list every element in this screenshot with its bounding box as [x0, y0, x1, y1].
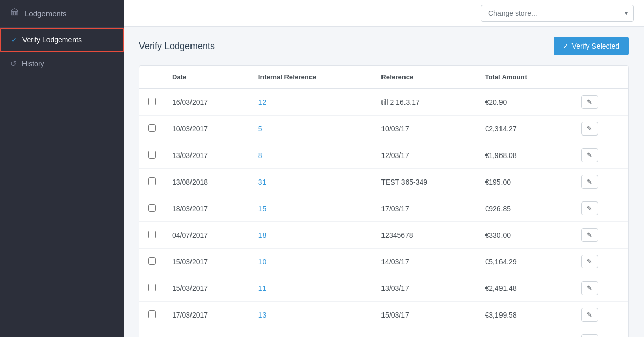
row-reference: 17/03/17	[373, 195, 476, 222]
row-checkbox-7[interactable]	[148, 284, 156, 291]
row-checkbox-5[interactable]	[148, 231, 156, 238]
row-date: 15/03/2017	[164, 275, 250, 302]
sidebar-item-verify-lodgements[interactable]: ✓ Verify Lodgements	[0, 28, 124, 52]
sidebar-history-label: History	[22, 60, 44, 68]
row-edit-cell: ✎	[573, 328, 628, 338]
col-actions	[573, 66, 628, 88]
row-edit-cell: ✎	[573, 142, 628, 169]
verify-btn-label: Verify Selected	[572, 42, 619, 50]
col-date: Date	[164, 66, 250, 88]
row-checkbox-cell[interactable]	[139, 222, 164, 249]
row-checkbox-cell[interactable]	[139, 195, 164, 222]
row-checkbox-cell[interactable]	[139, 249, 164, 275]
row-edit-cell: ✎	[573, 116, 628, 142]
table-row: 18/03/2017 15 17/03/17 €926.85 ✎	[139, 195, 628, 222]
row-checkbox-0[interactable]	[148, 98, 156, 105]
row-internal-ref[interactable]: 12	[250, 88, 373, 116]
row-checkbox-cell[interactable]	[139, 302, 164, 328]
row-checkbox-1[interactable]	[148, 124, 156, 132]
row-edit-cell: ✎	[573, 222, 628, 249]
row-date: 10/03/2017	[164, 116, 250, 142]
row-edit-button-8[interactable]: ✎	[581, 308, 598, 322]
row-checkbox-8[interactable]	[148, 310, 156, 318]
row-date: 13/08/2018	[164, 169, 250, 195]
row-checkbox-cell[interactable]	[139, 142, 164, 169]
row-checkbox-3[interactable]	[148, 177, 156, 185]
row-edit-button-6[interactable]: ✎	[581, 255, 598, 268]
row-date: 13/03/2017	[164, 328, 250, 338]
row-checkbox-cell[interactable]	[139, 275, 164, 302]
row-reference: till 2 16.3.17	[373, 88, 476, 116]
main-content: Change store... ▾ Verify Lodgements ✓ Ve…	[124, 0, 644, 337]
row-checkbox-cell[interactable]	[139, 328, 164, 338]
row-total: €5,164.29	[476, 249, 573, 275]
lodgements-table-wrapper: Date Internal Reference Reference Total …	[139, 65, 629, 337]
row-total: €20.90	[476, 88, 573, 116]
row-reference: 13/03/17	[373, 275, 476, 302]
row-internal-ref[interactable]: 5	[250, 116, 373, 142]
check-icon: ✓	[11, 36, 17, 44]
row-reference: 12/03/17	[373, 142, 476, 169]
content-header: Verify Lodgements ✓ Verify Selected	[139, 37, 629, 55]
row-internal-ref[interactable]: 9	[250, 328, 373, 338]
row-edit-button-3[interactable]: ✎	[581, 175, 598, 189]
row-total: €1,968.08	[476, 142, 573, 169]
store-selector-wrapper: Change store... ▾	[481, 5, 634, 22]
lodgements-icon: 🏛	[10, 8, 19, 19]
row-edit-cell: ✎	[573, 169, 628, 195]
row-total: €195.00	[476, 169, 573, 195]
row-edit-cell: ✎	[573, 195, 628, 222]
table-row: 10/03/2017 5 10/03/17 €2,314.27 ✎	[139, 116, 628, 142]
sidebar-lodgements-header[interactable]: 🏛 Lodgements	[0, 0, 124, 28]
table-row: 15/03/2017 11 13/03/17 €2,491.48 ✎	[139, 275, 628, 302]
row-edit-button-7[interactable]: ✎	[581, 281, 598, 295]
row-reference: 10/03/17	[373, 116, 476, 142]
col-checkbox	[139, 66, 164, 88]
table-row: 15/03/2017 10 14/03/17 €5,164.29 ✎	[139, 249, 628, 275]
table-row: 16/03/2017 12 till 2 16.3.17 €20.90 ✎	[139, 88, 628, 116]
row-edit-button-5[interactable]: ✎	[581, 228, 598, 242]
row-edit-button-0[interactable]: ✎	[581, 95, 598, 109]
row-internal-ref[interactable]: 31	[250, 169, 373, 195]
history-icon: ↺	[10, 59, 17, 69]
row-date: 16/03/2017	[164, 88, 250, 116]
row-internal-ref[interactable]: 10	[250, 249, 373, 275]
row-edit-cell: ✎	[573, 88, 628, 116]
row-checkbox-4[interactable]	[148, 204, 156, 212]
row-internal-ref[interactable]: 8	[250, 142, 373, 169]
sidebar-verify-label: Verify Lodgements	[22, 36, 82, 44]
row-date: 17/03/2017	[164, 302, 250, 328]
row-checkbox-cell[interactable]	[139, 88, 164, 116]
row-total: €926.85	[476, 195, 573, 222]
row-total: €1,734.69	[476, 328, 573, 338]
verify-selected-button[interactable]: ✓ Verify Selected	[554, 37, 629, 55]
store-select[interactable]: Change store...	[481, 5, 634, 22]
row-checkbox-cell[interactable]	[139, 169, 164, 195]
row-checkbox-6[interactable]	[148, 257, 156, 265]
content-area: Verify Lodgements ✓ Verify Selected Date…	[124, 27, 644, 337]
row-checkbox-2[interactable]	[148, 151, 156, 159]
row-edit-button-4[interactable]: ✎	[581, 201, 598, 215]
row-edit-button-1[interactable]: ✎	[581, 122, 598, 136]
col-reference: Reference	[373, 66, 476, 88]
lodgements-table: Date Internal Reference Reference Total …	[139, 66, 628, 337]
row-checkbox-cell[interactable]	[139, 116, 164, 142]
row-reference: 13/03/17	[373, 328, 476, 338]
row-edit-button-2[interactable]: ✎	[581, 148, 598, 162]
row-internal-ref[interactable]: 11	[250, 275, 373, 302]
table-header-row: Date Internal Reference Reference Total …	[139, 66, 628, 88]
row-reference: 15/03/17	[373, 302, 476, 328]
table-row: 13/03/2017 8 12/03/17 €1,968.08 ✎	[139, 142, 628, 169]
row-reference: 12345678	[373, 222, 476, 249]
row-edit-button-9[interactable]: ✎	[581, 334, 598, 337]
col-total-amount: Total Amount	[476, 66, 573, 88]
row-date: 18/03/2017	[164, 195, 250, 222]
row-date: 04/07/2017	[164, 222, 250, 249]
row-internal-ref[interactable]: 13	[250, 302, 373, 328]
sidebar-item-history[interactable]: ↺ History	[0, 52, 124, 76]
row-internal-ref[interactable]: 15	[250, 195, 373, 222]
table-row: 04/07/2017 18 12345678 €330.00 ✎	[139, 222, 628, 249]
row-internal-ref[interactable]: 18	[250, 222, 373, 249]
row-date: 15/03/2017	[164, 249, 250, 275]
col-internal-ref: Internal Reference	[250, 66, 373, 88]
